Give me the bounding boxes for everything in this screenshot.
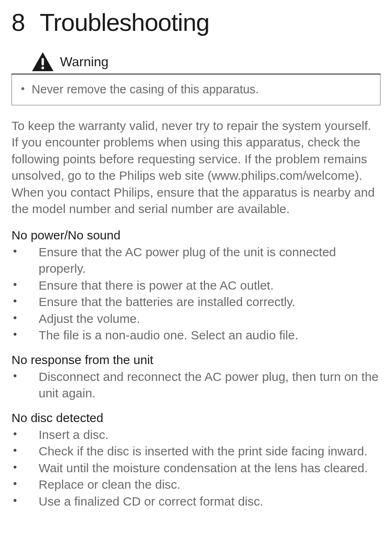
intro-paragraph: To keep the warranty valid, never try to… <box>12 118 380 218</box>
chapter-heading: 8Troubleshooting <box>12 8 380 37</box>
warning-item: Never remove the casing of this apparatu… <box>20 82 372 97</box>
warning-list: Never remove the casing of this apparatu… <box>20 82 372 97</box>
section-no-response: No response from the unit Disconnect and… <box>12 353 380 402</box>
list-item: Insert a disc. <box>12 427 380 443</box>
section-title: No response from the unit <box>12 353 380 367</box>
section-no-power: No power/No sound Ensure that the AC pow… <box>12 228 380 344</box>
svg-point-2 <box>42 67 44 69</box>
list-item: Ensure that the batteries are installed … <box>12 294 380 311</box>
warning-box: Never remove the casing of this apparatu… <box>12 74 380 105</box>
list-item: Replace or clean the disc. <box>12 476 380 493</box>
list-item: Wait until the moisture condensation at … <box>12 460 380 477</box>
list-item: Ensure that the AC power plug of the uni… <box>12 244 380 277</box>
section-list: Insert a disc. Check if the disc is inse… <box>12 427 380 510</box>
chapter-title: Troubleshooting <box>39 9 209 36</box>
list-item: Use a finalized CD or correct format dis… <box>12 493 380 510</box>
list-item: Check if the disc is inserted with the p… <box>12 443 380 460</box>
list-item: The file is a non-audio one. Select an a… <box>12 327 380 344</box>
list-item: Disconnect and reconnect the AC power pl… <box>12 369 380 402</box>
section-list: Ensure that the AC power plug of the uni… <box>12 244 380 344</box>
list-item: Ensure that there is power at the AC out… <box>12 277 380 294</box>
section-list: Disconnect and reconnect the AC power pl… <box>12 369 380 402</box>
section-title: No disc detected <box>12 411 380 425</box>
warning-icon <box>31 51 54 72</box>
list-item: Adjust the volume. <box>12 311 380 327</box>
warning-header: Warning <box>12 51 380 74</box>
svg-rect-1 <box>42 58 44 65</box>
warning-label: Warning <box>60 54 108 70</box>
section-no-disc: No disc detected Insert a disc. Check if… <box>12 411 380 510</box>
chapter-number: 8 <box>12 8 25 37</box>
section-title: No power/No sound <box>12 228 380 242</box>
